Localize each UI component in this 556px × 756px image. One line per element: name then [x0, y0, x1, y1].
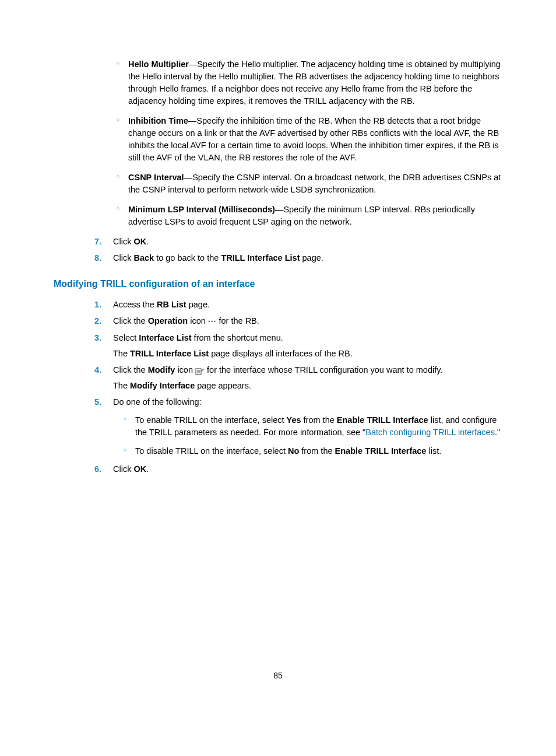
more-icon: ··· [208, 316, 217, 327]
step-bold: Modify [148, 365, 175, 374]
step-bold: Modify Interface [130, 381, 195, 390]
step-text-post: page displays all interfaces of the RB. [209, 349, 353, 358]
list-item: To disable TRILL on the interface, selec… [124, 445, 502, 457]
step-text-pre: Select [113, 333, 139, 342]
numbered-steps-top: 7. Click OK. 8. Click Back to go back to… [94, 236, 502, 264]
step-item: 8. Click Back to go back to the TRILL In… [94, 252, 502, 264]
step-item: 4. Click the Modify icon for the interfa… [94, 364, 502, 393]
step-number: 5. [94, 396, 101, 408]
list-item: To enable TRILL on the interface, select… [124, 414, 502, 439]
step-bold: Interface List [139, 333, 191, 342]
list-item: Minimum LSP Interval (Milliseconds)—Spec… [117, 204, 502, 228]
bold: No [288, 446, 299, 456]
sub-bullet-list: To enable TRILL on the interface, select… [124, 414, 502, 457]
bold: Enable TRILL Interface [335, 446, 427, 456]
text: ." [495, 428, 500, 437]
bold: Yes [287, 415, 301, 425]
step-text-post: for the RB. [216, 316, 259, 326]
step-number: 8. [94, 252, 101, 264]
step-text-mid: icon [175, 365, 195, 374]
step-bold: RB List [157, 300, 186, 309]
step-text-pre: Click the [113, 316, 148, 326]
edit-icon [195, 364, 205, 376]
list-item: Hello Multiplier—Specify the Hello multi… [117, 58, 502, 107]
term-text: —Specify the CSNP interval. On a broadca… [128, 173, 501, 194]
step-text-pre: Access the [113, 300, 157, 309]
step-bold: Operation [148, 316, 188, 326]
list-item: CSNP Interval—Specify the CSNP interval.… [117, 172, 502, 196]
step-number: 2. [94, 315, 101, 327]
step-subtext: The Modify Interface page appears. [113, 380, 502, 392]
step-text-pre: Click [113, 253, 133, 262]
step-text-pre: Click [113, 464, 133, 474]
step-text-post: page. [186, 300, 210, 309]
step-bold: Back [133, 253, 154, 262]
list-item: Inhibition Time—Specify the inhibition t… [117, 115, 502, 164]
step-text-mid: to go back to the [154, 253, 221, 262]
text: To enable TRILL on the interface, select [135, 415, 287, 425]
document-page: Hello Multiplier—Specify the Hello multi… [0, 0, 556, 700]
bold: Enable TRILL Interface [337, 415, 428, 425]
term: Minimum LSP Interval (Milliseconds) [128, 205, 275, 214]
term: CSNP Interval [128, 173, 184, 182]
step-text-pre: The [113, 381, 130, 390]
text: from the [299, 446, 335, 456]
step-text-post: page. [300, 253, 323, 262]
step-number: 4. [94, 364, 101, 376]
cross-reference-link[interactable]: Batch configuring TRILL interfaces [365, 428, 495, 437]
step-item: 2. Click the Operation icon ··· for the … [94, 315, 502, 327]
step-text-post: . [146, 464, 149, 474]
step-text-post: for the interface whose TRILL configurat… [205, 365, 442, 374]
text: To disable TRILL on the interface, selec… [135, 446, 288, 456]
step-bold: TRILL Interface List [130, 349, 209, 358]
step-text-pre: Click [113, 237, 133, 246]
step-text-post: from the shortcut menu. [192, 333, 283, 342]
text: list. [426, 446, 441, 456]
step-text-mid: icon [188, 316, 208, 326]
step-number: 7. [94, 236, 101, 248]
step-bold: OK [133, 237, 146, 246]
step-item: 3. Select Interface List from the shortc… [94, 332, 502, 360]
step-subtext: The TRILL Interface List page displays a… [113, 348, 502, 360]
step-item: 7. Click OK. [94, 236, 502, 248]
numbered-steps: 1. Access the RB List page. 2. Click the… [94, 299, 502, 475]
step-text-pre: Click the [113, 365, 148, 374]
step-text-post: . [146, 237, 149, 246]
text: from the [301, 415, 337, 425]
section-heading: Modifying TRILL configuration of an inte… [54, 277, 502, 290]
step-number: 3. [94, 332, 101, 344]
step-bold: OK [133, 464, 146, 474]
step-number: 1. [94, 299, 101, 311]
parameter-list: Hello Multiplier—Specify the Hello multi… [117, 58, 502, 228]
step-text: Do one of the following: [113, 397, 202, 407]
step-text-post: page appears. [195, 381, 251, 390]
step-item: 5. Do one of the following: To enable TR… [94, 396, 502, 457]
step-item: 1. Access the RB List page. [94, 299, 502, 311]
term: Hello Multiplier [128, 60, 189, 69]
term: Inhibition Time [128, 116, 188, 125]
page-number: 85 [0, 670, 556, 681]
step-text-pre: The [113, 349, 130, 358]
step-number: 6. [94, 463, 101, 475]
step-item: 6. Click OK. [94, 463, 502, 475]
step-bold: TRILL Interface List [221, 253, 300, 262]
